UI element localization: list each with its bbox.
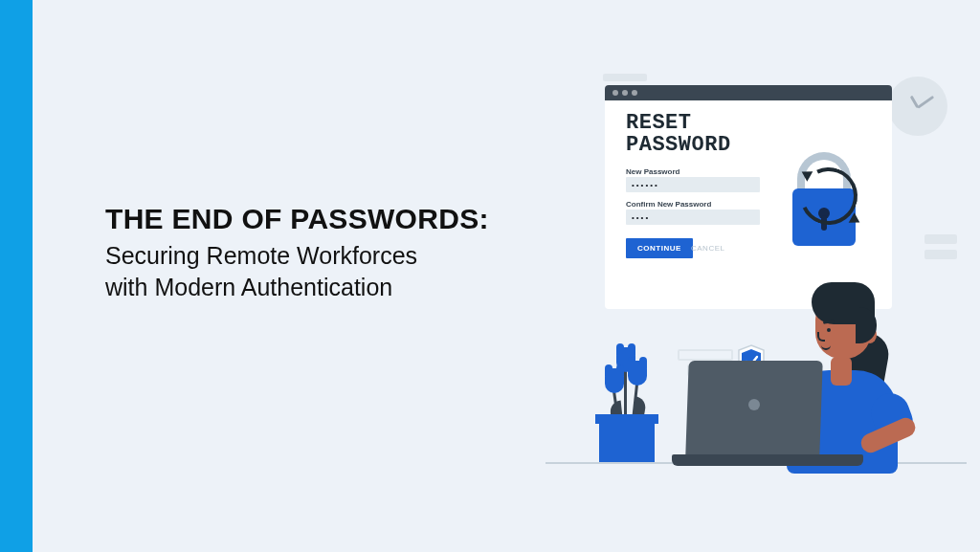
headline-subtitle-line1: Securing Remote Workforces bbox=[105, 242, 417, 269]
headline-title: THE END OF PASSWORDS: bbox=[105, 203, 546, 234]
illustration: RESET PASSWORD New Password •••••• Confi… bbox=[565, 81, 957, 493]
headline-subtitle-line2: with Modern Authentication bbox=[105, 274, 392, 300]
window-dot-icon bbox=[632, 90, 637, 96]
window-dot-icon bbox=[612, 90, 618, 96]
cancel-button: CANCEL bbox=[691, 244, 724, 253]
tulip-icon bbox=[605, 368, 624, 393]
person-eye bbox=[827, 328, 831, 332]
window-heading-line2: PASSWORD bbox=[626, 134, 731, 156]
person-neck bbox=[831, 357, 852, 386]
laptop-logo-icon bbox=[748, 399, 760, 410]
person-nose bbox=[817, 332, 825, 342]
headline-subtitle: Securing Remote Workforces with Modern A… bbox=[105, 240, 546, 303]
decorative-bar bbox=[678, 349, 733, 361]
continue-button: CONTINUE bbox=[626, 238, 693, 258]
new-password-value: •••••• bbox=[632, 181, 659, 189]
headline-block: THE END OF PASSWORDS: Securing Remote Wo… bbox=[105, 203, 546, 303]
laptop-base bbox=[672, 454, 863, 466]
clock-icon bbox=[888, 77, 947, 136]
window-dot-icon bbox=[622, 90, 628, 96]
decorative-bar bbox=[924, 234, 957, 244]
confirm-password-value: •••• bbox=[632, 213, 650, 222]
tulip-icon bbox=[628, 361, 647, 386]
window-heading-line1: RESET bbox=[626, 112, 692, 134]
decorative-bar bbox=[603, 74, 647, 81]
confirm-password-label: Confirm New Password bbox=[626, 200, 711, 209]
confirm-password-field: •••• bbox=[626, 210, 760, 225]
new-password-field: •••••• bbox=[626, 177, 760, 192]
new-password-label: New Password bbox=[626, 167, 679, 176]
plant-pot-icon bbox=[599, 422, 655, 464]
accent-bar bbox=[0, 0, 33, 552]
window-titlebar bbox=[605, 85, 892, 100]
decorative-bar bbox=[924, 250, 957, 259]
